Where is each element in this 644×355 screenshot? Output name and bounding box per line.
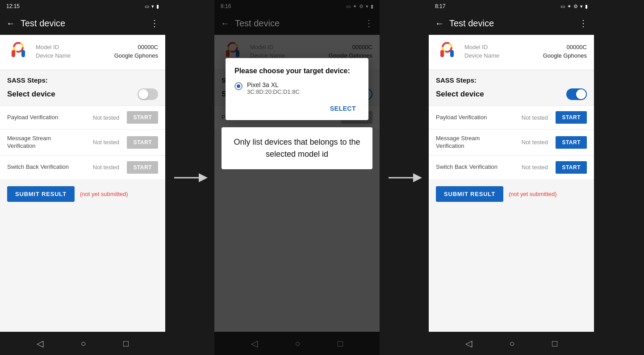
- svg-marker-11: [413, 173, 422, 182]
- dialog-select-btn[interactable]: SELECT: [326, 103, 360, 114]
- step-row-message-3: Message StreamVerification Not tested ST…: [429, 129, 594, 155]
- time-3: 8:17: [435, 3, 445, 9]
- step-row-payload-3: Payload Verification Not tested START: [429, 105, 594, 129]
- wifi-icon-1: ▾: [151, 4, 154, 9]
- app-bar-title-3: Test device: [449, 18, 573, 29]
- device-card-1: Model ID 00000C Device Name Google Gphon…: [0, 35, 165, 70]
- svg-marker-5: [199, 173, 208, 182]
- status-bar-1: 12:15 ▭ ▾ ▮: [0, 0, 165, 12]
- step-name-payload-1: Payload Verification: [7, 114, 90, 121]
- select-device-label-3: Select device: [436, 90, 484, 99]
- radio-inner-1: [237, 84, 240, 88]
- model-id-row-3: Model ID 00000C: [464, 44, 587, 50]
- toggle-knob-1: [138, 89, 148, 99]
- more-button-1[interactable]: ⋮: [150, 18, 159, 29]
- select-device-row-3: Select device: [429, 87, 594, 105]
- model-id-label-3: Model ID: [464, 44, 488, 50]
- sim-icon-1: ▭: [145, 4, 149, 9]
- device-name-label-3: Device Name: [464, 52, 499, 59]
- device-name-value-3: Google Gphones: [543, 52, 587, 59]
- screens-container: 12:15 ▭ ▾ ▮ ← Test device ⋮: [0, 0, 644, 355]
- step-status-switch-3: Not tested: [519, 164, 550, 171]
- battery-icon-1: ▮: [156, 4, 159, 9]
- device-name-row-3: Device Name Google Gphones: [464, 52, 587, 59]
- start-btn-message-3[interactable]: START: [556, 136, 587, 149]
- device-info-1: Model ID 00000C Device Name Google Gphon…: [36, 44, 158, 61]
- start-btn-switch-1[interactable]: START: [127, 161, 158, 174]
- dialog-device-id: 3C:8D:20:DC:D1:8C: [247, 88, 300, 95]
- nav-bar-1: ◁ ○ □: [0, 332, 165, 355]
- nav-bar-3: ◁ ○ □: [429, 332, 594, 355]
- dialog-card: Please choose your target device: Pixel …: [226, 58, 368, 120]
- arrow-1: [172, 169, 208, 187]
- start-btn-payload-1[interactable]: START: [127, 111, 158, 124]
- more-button-3[interactable]: ⋮: [579, 18, 588, 29]
- svg-rect-15: [450, 50, 454, 57]
- svg-rect-14: [440, 50, 444, 57]
- sass-steps-label-1: SASS Steps:: [0, 70, 165, 87]
- submit-area-1: SUBMIT RESULT (not yet submitted): [0, 179, 165, 209]
- dialog-title: Please choose your target device:: [234, 67, 360, 75]
- back-button-3[interactable]: ←: [435, 18, 444, 29]
- phone-content-3: Model ID 00000C Device Name Google Gphon…: [429, 35, 594, 332]
- phone-content-1: Model ID 00000C Device Name Google Gphon…: [0, 35, 165, 332]
- step-status-switch-1: Not tested: [90, 164, 121, 171]
- select-device-toggle-3[interactable]: [566, 88, 587, 100]
- callout-box: Only list devices that belongs to the se…: [222, 127, 372, 169]
- status-icons-3: ▭ ✦ ⚙ ▾ ▮: [560, 4, 588, 9]
- step-status-message-3: Not tested: [519, 139, 550, 146]
- nav-back-1[interactable]: ◁: [37, 338, 43, 349]
- start-btn-message-1[interactable]: START: [127, 136, 158, 149]
- sass-steps-label-3: SASS Steps:: [429, 70, 594, 87]
- arrow-1-container: [165, 0, 214, 355]
- sim-icon-3: ▭: [560, 4, 565, 9]
- model-id-label-1: Model ID: [36, 44, 59, 50]
- nav-recents-3[interactable]: □: [552, 338, 557, 349]
- step-status-payload-1: Not tested: [90, 114, 121, 121]
- device-logo-3: [436, 41, 458, 63]
- step-name-switch-3: Switch Back Verification: [436, 163, 519, 171]
- device-info-3: Model ID 00000C Device Name Google Gphon…: [464, 44, 587, 61]
- app-bar-1: ← Test device ⋮: [0, 12, 165, 35]
- dialog-device-info: Pixel 3a XL 3C:8D:20:DC:D1:8C: [247, 81, 300, 95]
- nav-back-3[interactable]: ◁: [465, 338, 472, 349]
- phone-frame-3: 8:17 ▭ ✦ ⚙ ▾ ▮ ← Test device ⋮: [429, 0, 594, 355]
- select-device-row-1: Select device: [0, 87, 165, 105]
- status-icons-1: ▭ ▾ ▮: [145, 4, 159, 9]
- dialog-option-1[interactable]: Pixel 3a XL 3C:8D:20:DC:D1:8C: [234, 81, 360, 95]
- settings-icon-3: ⚙: [573, 4, 578, 9]
- device-logo-1: [7, 41, 29, 63]
- nav-home-1[interactable]: ○: [80, 338, 86, 349]
- step-row-message-1: Message StreamVerification Not tested ST…: [0, 129, 165, 155]
- phone-frame-2: 8:16 ▭ ✦ ⚙ ▾ ▮ ← Test device ⋮: [214, 0, 380, 355]
- step-name-message-3: Message StreamVerification: [436, 135, 519, 150]
- start-btn-switch-3[interactable]: START: [556, 161, 587, 174]
- device-name-row-1: Device Name Google Gphones: [36, 52, 158, 59]
- select-device-toggle-1[interactable]: [138, 88, 158, 100]
- test-steps-3: Payload Verification Not tested START Me…: [429, 105, 594, 179]
- submit-btn-1[interactable]: SUBMIT RESULT: [7, 186, 75, 202]
- select-device-label-1: Select device: [7, 90, 55, 99]
- nav-recents-1[interactable]: □: [123, 338, 129, 349]
- submit-btn-3[interactable]: SUBMIT RESULT: [436, 186, 503, 202]
- svg-rect-2: [12, 50, 15, 57]
- wifi-icon-3: ▾: [580, 4, 583, 9]
- battery-icon-3: ▮: [585, 4, 588, 9]
- step-status-payload-3: Not tested: [519, 114, 550, 121]
- model-id-value-1: 00000C: [138, 44, 158, 50]
- device-name-value-1: Google Gphones: [114, 52, 158, 59]
- svg-rect-3: [21, 50, 25, 57]
- arrow-2-container: [380, 0, 429, 355]
- not-submitted-1: (not yet submitted): [80, 191, 128, 197]
- app-bar-title-1: Test device: [21, 18, 145, 29]
- submit-area-3: SUBMIT RESULT (not yet submitted): [429, 179, 594, 209]
- dialog-device-name: Pixel 3a XL: [247, 81, 300, 88]
- step-name-message-1: Message StreamVerification: [7, 135, 90, 150]
- model-id-value-3: 00000C: [566, 44, 587, 50]
- start-btn-payload-3[interactable]: START: [556, 111, 587, 124]
- step-row-payload-1: Payload Verification Not tested START: [0, 105, 165, 129]
- radio-outer-1[interactable]: [234, 82, 243, 90]
- back-button-1[interactable]: ←: [6, 18, 15, 29]
- nav-home-3[interactable]: ○: [509, 338, 514, 349]
- dialog-overlay: Please choose your target device: Pixel …: [214, 0, 380, 355]
